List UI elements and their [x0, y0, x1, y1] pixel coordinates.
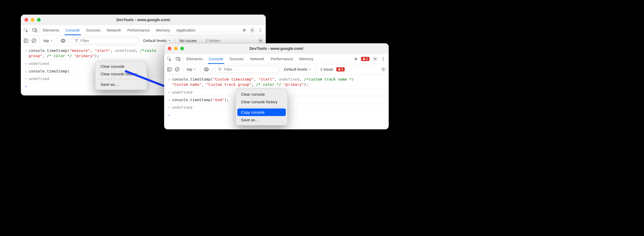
- tab-console[interactable]: Console: [206, 54, 226, 64]
- issues-button[interactable]: 1 Issue: 1: [319, 66, 346, 72]
- panel-tabs: Elements Console Sources Network Perform…: [164, 54, 389, 64]
- separator: [182, 66, 183, 72]
- filter-placeholder: Filter: [224, 67, 232, 71]
- toggle-sidebar-icon[interactable]: [167, 67, 172, 72]
- separator: [316, 66, 316, 72]
- execution-context-dropdown[interactable]: top: [185, 66, 198, 72]
- console-input-code: console.timeStamp("end");: [172, 97, 229, 102]
- device-toolbar-icon[interactable]: [176, 56, 181, 62]
- more-tabs-icon[interactable]: [353, 57, 358, 61]
- tab-elements[interactable]: Elements: [183, 54, 206, 64]
- tab-performance[interactable]: Performance: [268, 54, 296, 64]
- svg-point-15: [375, 58, 376, 59]
- live-expression-icon[interactable]: [203, 66, 209, 72]
- input-marker-icon: [166, 97, 172, 102]
- kebab-menu-icon[interactable]: [381, 57, 386, 61]
- chevron-down-icon: [193, 68, 196, 71]
- svg-point-17: [383, 58, 384, 59]
- output-marker-icon: [166, 105, 172, 110]
- error-count-badge[interactable]: 1: [361, 57, 369, 61]
- return-value: undefined: [172, 105, 193, 110]
- output-marker-icon: [166, 90, 172, 95]
- funnel-icon: [218, 68, 222, 71]
- svg-point-18: [383, 60, 384, 60]
- separator: [201, 66, 201, 72]
- close-window-button[interactable]: [168, 47, 171, 50]
- context-menu[interactable]: Clear console Clear console history Copy…: [236, 89, 288, 125]
- context-menu-save-as[interactable]: Save as…: [237, 116, 286, 124]
- console-input-row: console.timeStamp("Custom timestamp", "s…: [164, 75, 389, 88]
- log-levels-dropdown[interactable]: Default levels: [282, 66, 313, 72]
- zoom-window-button[interactable]: [180, 47, 184, 50]
- titlebar: DevTools - www.google.com/: [164, 43, 389, 54]
- filter-input[interactable]: Filter: [215, 66, 280, 73]
- settings-icon[interactable]: [373, 56, 378, 62]
- window-title: DevTools - www.google.com/: [164, 46, 389, 51]
- console-settings-icon[interactable]: [381, 67, 386, 72]
- svg-point-21: [205, 68, 207, 70]
- context-menu-copy-console[interactable]: Copy console: [237, 108, 286, 116]
- issues-label: 1 Issue:: [320, 67, 334, 71]
- input-marker-icon: [166, 77, 172, 82]
- console-toolbar: top Filter Default levels 1 Issue: 1: [164, 64, 389, 75]
- chevron-down-icon: [308, 68, 312, 71]
- minimize-window-button[interactable]: [174, 47, 178, 50]
- context-label: top: [187, 67, 192, 71]
- levels-label: Default levels: [284, 67, 307, 71]
- prompt-marker-icon: [166, 112, 172, 118]
- svg-rect-14: [179, 58, 180, 60]
- console-input-code: console.timeStamp("Custom timestamp", "s…: [172, 77, 354, 87]
- svg-point-22: [383, 69, 384, 70]
- tab-network[interactable]: Network: [247, 54, 268, 64]
- separator: [212, 66, 212, 72]
- context-menu-divider: [238, 107, 285, 107]
- context-menu-clear-history[interactable]: Clear console history: [237, 98, 286, 106]
- issue-count-badge: 1: [336, 67, 345, 71]
- inspect-element-icon[interactable]: [167, 56, 172, 62]
- tab-memory[interactable]: Memory: [296, 54, 317, 64]
- tab-sources[interactable]: Sources: [226, 54, 247, 64]
- return-value: undefined: [172, 90, 193, 95]
- svg-point-16: [383, 57, 384, 58]
- devtools-window-right: DevTools - www.google.com/ Elements Cons…: [164, 43, 389, 129]
- clear-console-icon[interactable]: [175, 67, 180, 72]
- context-menu-clear-console[interactable]: Clear console: [237, 90, 286, 98]
- traffic-lights[interactable]: [168, 47, 184, 50]
